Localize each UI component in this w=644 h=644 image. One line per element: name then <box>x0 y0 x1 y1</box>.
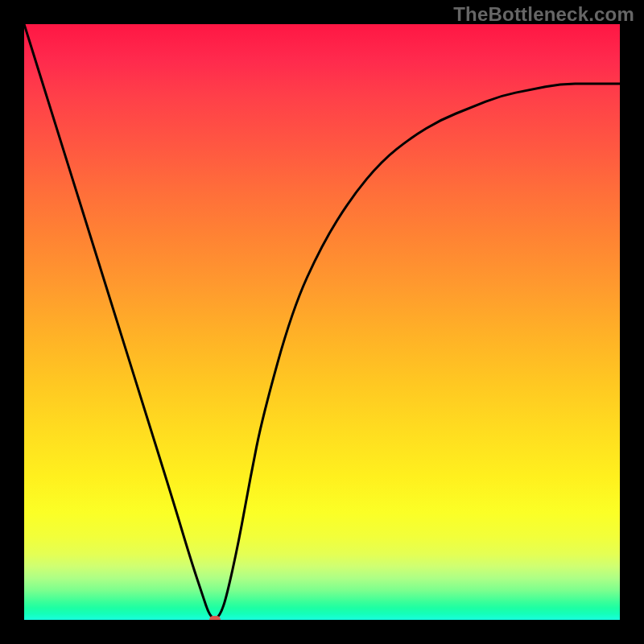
optimal-point-marker <box>209 616 221 620</box>
watermark-text: TheBottleneck.com <box>453 3 634 26</box>
plot-area <box>24 24 620 620</box>
curve-layer <box>24 24 620 620</box>
chart-frame: TheBottleneck.com <box>0 0 644 644</box>
bottleneck-curve-path <box>24 24 620 618</box>
